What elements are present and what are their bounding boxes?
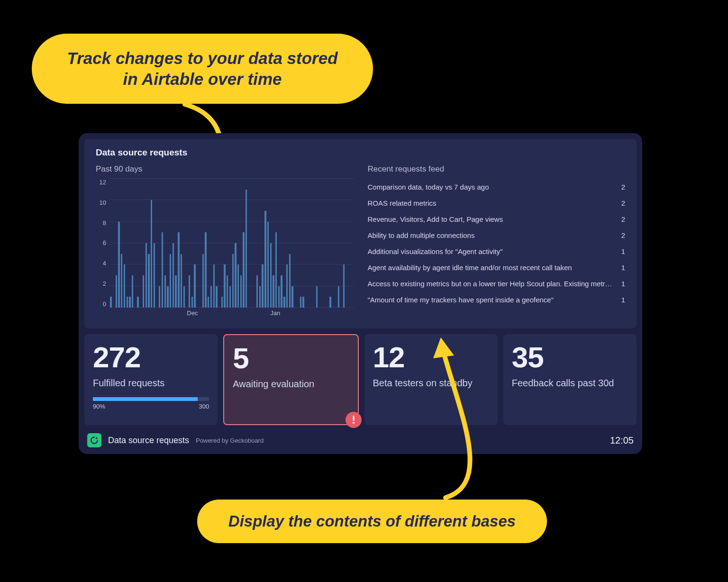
chart-bar: [232, 254, 234, 308]
kpi-tile[interactable]: 272Fulfilled requests90%300: [84, 334, 218, 425]
chart-bar: [286, 264, 288, 308]
chart-bar: [110, 297, 111, 308]
chart-bar: [237, 264, 239, 308]
chart-bar: [289, 254, 291, 308]
chart-bar: [291, 286, 293, 308]
chart-bar: [183, 286, 185, 308]
kpi-value: 35: [512, 343, 628, 372]
y-tick-label: 8: [103, 219, 106, 227]
chart-bar: [154, 243, 155, 308]
kpi-tile[interactable]: 35Feedback calls past 30d: [503, 334, 637, 425]
chart-bar: [343, 264, 345, 308]
geckoboard-logo-icon: [87, 433, 101, 447]
feed-subtitle: Recent requests feed: [368, 164, 626, 174]
chart-bar: [229, 286, 231, 308]
chart-bar: [164, 275, 166, 308]
svg-point-2: [353, 422, 355, 424]
chart-container: Past 90 days 121086420 DecJan: [96, 147, 354, 320]
kpi-label: Awaiting evaluation: [233, 379, 349, 390]
chart-bar: [129, 297, 130, 308]
feed-row-label: Access to existing metrics but on a lowe…: [368, 280, 614, 288]
kpi-value: 12: [373, 343, 489, 372]
chart-bar: [224, 264, 225, 308]
chart-bar: [259, 286, 261, 308]
chart-bar: [208, 297, 209, 308]
kpi-tile[interactable]: 12Beta testers on standby: [364, 334, 498, 425]
chart-bar: [146, 243, 147, 308]
svg-point-3: [96, 437, 97, 439]
chart-y-axis: 121086420: [96, 179, 109, 316]
chart-bar: [210, 286, 212, 308]
feed-row[interactable]: "Amount of time my trackers have spent i…: [368, 291, 626, 308]
kpi-label: Beta testers on standby: [373, 378, 489, 389]
chart-bar: [181, 254, 182, 308]
kpi-tile[interactable]: 5Awaiting evaluation: [223, 334, 358, 425]
chart-bar: [275, 232, 277, 308]
feed-row-label: Additional visualizations for "Agent act…: [368, 247, 614, 255]
y-tick-label: 2: [103, 280, 106, 287]
chart-bars: [109, 179, 354, 308]
dashboard-card: Data source requests Past 90 days 121086…: [79, 133, 642, 454]
chart-bar: [151, 200, 152, 308]
feed-row-label: "Amount of time my trackers have spent i…: [368, 296, 614, 304]
x-tick-label: Dec: [187, 309, 198, 317]
chart-bar: [132, 275, 133, 308]
chart-bar: [235, 243, 236, 308]
feed-row[interactable]: Ability to add multiple connections2: [368, 227, 626, 243]
chart-bar: [178, 232, 179, 308]
chart-bar: [246, 190, 247, 308]
chart-bar: [221, 297, 223, 308]
chart-bar: [281, 275, 282, 308]
kpi-tiles-row: 272Fulfilled requests90%3005Awaiting eva…: [84, 334, 637, 425]
feed-row[interactable]: Revenue, Visitors, Add to Cart, Page vie…: [368, 211, 626, 227]
chart-bar: [329, 297, 331, 308]
feed-row-count: 2: [621, 199, 625, 207]
chart-bar: [143, 275, 144, 308]
y-tick-label: 6: [103, 239, 106, 246]
feed-row-count: 1: [621, 247, 625, 255]
chart-bar: [243, 232, 244, 308]
chart-bar: [121, 254, 122, 308]
chart-bar: [189, 275, 190, 308]
chart-bar: [264, 211, 266, 308]
annotation-top: Track changes to your data stored in Air…: [32, 34, 373, 104]
feed-row-count: 2: [621, 215, 625, 223]
feed-row-label: Agent availability by agent idle time an…: [368, 264, 614, 272]
chart-bar: [213, 264, 215, 308]
chart-bar: [173, 243, 174, 308]
feed-row[interactable]: ROAS related metrics2: [368, 195, 626, 211]
feed-row-count: 2: [621, 231, 625, 239]
annotation-bottom: Display the contents of different bases: [197, 500, 547, 543]
progress-percent: 90%: [93, 403, 105, 410]
chart-bar: [116, 275, 117, 308]
chart-bar: [162, 232, 163, 308]
y-tick-label: 4: [103, 260, 106, 267]
chart-bar: [137, 297, 138, 308]
y-tick-label: 10: [100, 199, 106, 206]
kpi-value: 5: [233, 344, 349, 373]
chart-x-axis: DecJan: [109, 309, 354, 318]
annotation-top-text: Track changes to your data stored in Air…: [60, 48, 345, 90]
progress-bar: [93, 397, 209, 401]
chart-bar: [118, 222, 119, 308]
alert-icon: [346, 412, 362, 428]
kpi-label: Feedback calls past 30d: [512, 378, 628, 389]
chart-bar: [316, 286, 318, 308]
feed-row-label: Revenue, Visitors, Add to Cart, Page vie…: [368, 215, 614, 223]
feed-row[interactable]: Additional visualizations for "Agent act…: [368, 243, 626, 259]
chart-plot-area: DecJan: [109, 179, 354, 316]
chart-bar: [273, 275, 274, 308]
chart-bar: [159, 286, 160, 308]
chart-bar: [216, 286, 217, 308]
footer-clock: 12:05: [610, 435, 634, 446]
feed-row[interactable]: Access to existing metrics but on a lowe…: [368, 275, 626, 291]
chart-bar: [283, 297, 285, 308]
feed-row-label: Comparison data, today vs 7 days ago: [368, 183, 614, 191]
chart-bar: [338, 286, 339, 308]
feed-row[interactable]: Agent availability by agent idle time an…: [368, 259, 626, 275]
feed-row[interactable]: Comparison data, today vs 7 days ago2: [368, 179, 626, 195]
progress-target: 300: [199, 403, 209, 410]
chart-bar: [191, 297, 193, 308]
footer-title: Data source requests: [108, 436, 189, 446]
x-tick-label: Jan: [270, 309, 280, 317]
